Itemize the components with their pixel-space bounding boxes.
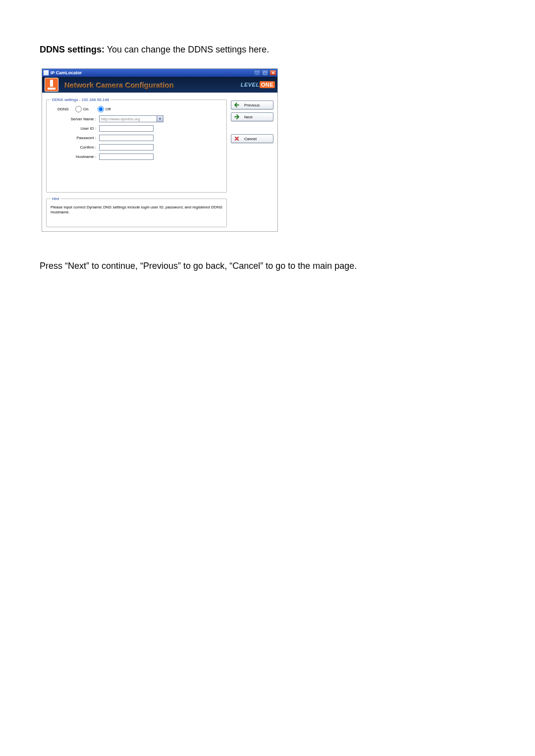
cancel-button[interactable]: Cancel — [231, 134, 273, 143]
client-area: DDNS settings - 192.168.50.148 DDNS On O… — [42, 93, 277, 231]
outro-text: Press “Next” to continue, “Previous” to … — [40, 261, 495, 271]
maximize-button[interactable]: ▢ — [262, 70, 268, 76]
close-icon — [234, 136, 239, 141]
user-id-row: User ID : — [51, 125, 222, 132]
password-label: Password : — [51, 136, 99, 140]
ddns-off-radio[interactable] — [98, 106, 104, 112]
user-id-label: User ID : — [51, 126, 99, 131]
next-label: Next — [244, 115, 252, 119]
ddns-off-wrap[interactable]: Off — [98, 106, 111, 112]
hint-text: Please input correct Dynamic DNS setting… — [51, 205, 222, 215]
ddns-label: DDNS — [51, 107, 75, 111]
close-button[interactable]: ✕ — [269, 70, 276, 76]
password-input[interactable] — [99, 135, 154, 141]
intro-text: DDNS settings: You can change the DDNS s… — [40, 45, 495, 55]
ddns-on-wrap[interactable]: On — [75, 106, 89, 112]
brand-text: LEVELONE — [241, 82, 275, 88]
app-icon — [43, 70, 49, 76]
titlebar: IP CamLocator _ ▢ ✕ — [42, 69, 277, 77]
ddns-settings-group: DDNS settings - 192.168.50.148 DDNS On O… — [46, 98, 227, 193]
ddns-radio-row: DDNS On Off — [51, 106, 222, 112]
app-window: IP CamLocator _ ▢ ✕ Network Camera Confi… — [42, 69, 277, 231]
brand-suffix: ONE — [260, 81, 275, 88]
confirm-label: Confirm : — [51, 145, 99, 150]
next-button[interactable]: Next — [231, 112, 273, 121]
previous-label: Previous — [244, 103, 260, 107]
password-row: Password : — [51, 135, 222, 141]
hostname-label: Hostname : — [51, 154, 99, 159]
server-name-value: http://www.dyndns.org — [101, 117, 140, 121]
arrow-left-icon — [234, 102, 239, 107]
hint-group: Hint Please input correct Dynamic DNS se… — [46, 197, 227, 227]
confirm-row: Confirm : — [51, 144, 222, 151]
server-name-select[interactable]: http://www.dyndns.org ▼ — [99, 115, 163, 122]
intro-rest: You can change the DDNS settings here. — [105, 45, 269, 54]
banner-title: Network Camera Configuration — [64, 81, 174, 89]
hint-legend: Hint — [51, 197, 60, 201]
arrow-right-icon — [234, 114, 239, 119]
window-title: IP CamLocator — [51, 70, 82, 75]
previous-button[interactable]: Previous — [231, 101, 273, 109]
ddns-off-label: Off — [106, 107, 111, 111]
server-name-row: Server Name : http://www.dyndns.org ▼ — [51, 115, 222, 122]
hostname-row: Hostname : — [51, 153, 222, 160]
ddns-settings-legend: DDNS settings - 192.168.50.148 — [51, 98, 110, 102]
intro-bold: DDNS settings: — [40, 45, 105, 54]
brand-logo-icon — [45, 78, 58, 92]
user-id-input[interactable] — [99, 125, 154, 132]
nav-column: Previous Next Cancel — [231, 98, 273, 227]
chevron-down-icon: ▼ — [157, 116, 163, 122]
minimize-button[interactable]: _ — [254, 70, 261, 76]
server-name-label: Server Name : — [51, 117, 99, 121]
banner: Network Camera Configuration LEVELONE — [42, 77, 277, 93]
ddns-on-label: On — [83, 107, 89, 111]
cancel-label: Cancel — [244, 137, 257, 141]
brand-prefix: LEVEL — [241, 82, 260, 88]
hostname-input[interactable] — [99, 153, 154, 160]
ddns-on-radio[interactable] — [75, 106, 82, 112]
confirm-input[interactable] — [99, 144, 154, 151]
